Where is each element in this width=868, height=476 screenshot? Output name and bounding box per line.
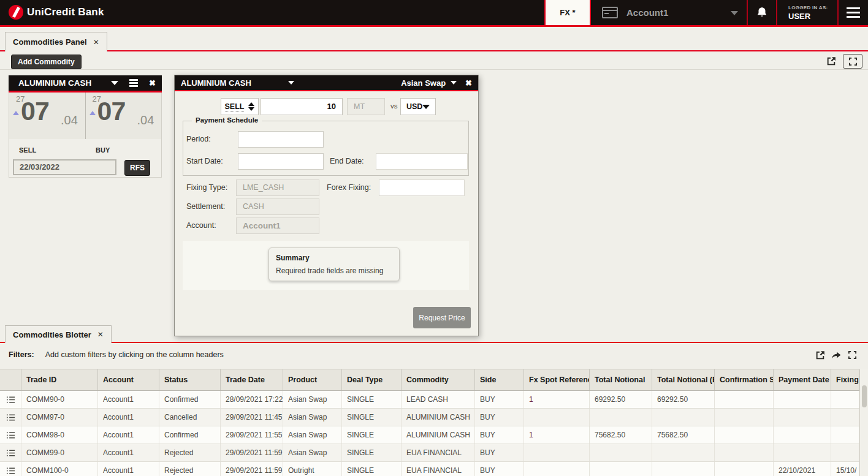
start-date-input[interactable] bbox=[238, 153, 324, 170]
period-input[interactable] bbox=[238, 131, 324, 148]
column-header[interactable]: Confirmation Sta bbox=[715, 369, 774, 390]
row-menu-icon[interactable] bbox=[0, 409, 21, 426]
price-widget-aluminium-cash: ALUMINIUM CASH ✖ 27 07 .04 27 07 .04 SEL… bbox=[9, 75, 162, 178]
table-cell: EUA FINANCIAL bbox=[402, 462, 475, 476]
table-cell: Rejected bbox=[159, 444, 221, 461]
logged-in-user: USER bbox=[788, 12, 837, 21]
scrollbar-thumb[interactable] bbox=[862, 385, 867, 407]
table-row[interactable]: COMM99-0Account1Rejected29/09/2021 11:59… bbox=[0, 444, 859, 462]
brand-red-line bbox=[0, 25, 868, 27]
buy-label: BUY bbox=[96, 146, 110, 154]
table-cell bbox=[590, 462, 652, 476]
close-icon[interactable]: ✖ bbox=[149, 79, 156, 87]
fx-workspace-tab[interactable]: FX * bbox=[544, 0, 591, 25]
open-in-new-window-icon[interactable] bbox=[826, 56, 837, 66]
widget-menu-icon[interactable] bbox=[129, 79, 138, 87]
fullscreen-icon[interactable] bbox=[848, 350, 857, 360]
unicredit-logo-icon bbox=[9, 5, 23, 20]
tab-commodities-blotter[interactable]: Commodities Blotter ✕ bbox=[5, 325, 112, 343]
close-icon[interactable]: ✖ bbox=[465, 79, 472, 87]
trade-ticket-dialog: ALUMINIUM CASH Asian Swap ✖ SELL 10 MT v… bbox=[174, 75, 479, 336]
sell-price-big-figure: 07 bbox=[21, 96, 49, 126]
request-price-button[interactable]: Request Price bbox=[413, 307, 471, 328]
open-in-new-window-icon[interactable] bbox=[815, 350, 826, 360]
buy-price-big-figure: 07 bbox=[97, 96, 126, 126]
buy-price-button[interactable]: 27 07 .04 bbox=[86, 93, 162, 139]
table-cell: 75682.50 bbox=[590, 426, 652, 444]
table-cell: SINGLE bbox=[342, 462, 402, 476]
sell-price-button[interactable]: 27 07 .04 bbox=[9, 93, 86, 139]
notifications-button[interactable] bbox=[748, 0, 776, 25]
summary-title: Summary bbox=[276, 254, 392, 262]
account-selector[interactable]: Account1 bbox=[592, 0, 747, 25]
table-cell: 28/09/2021 17:22: bbox=[221, 391, 283, 408]
tab-commodities-panel[interactable]: Commodities Panel ✕ bbox=[5, 32, 107, 51]
column-header-menu bbox=[0, 369, 21, 390]
divider bbox=[0, 69, 868, 70]
column-header[interactable]: Product bbox=[283, 369, 342, 390]
column-header[interactable]: Trade Date bbox=[221, 369, 283, 390]
rfs-button[interactable]: RFS bbox=[124, 160, 150, 176]
close-icon[interactable]: ✕ bbox=[97, 330, 104, 339]
hamburger-icon bbox=[847, 7, 860, 9]
table-row[interactable]: COMM90-0Account1Confirmed28/09/2021 17:2… bbox=[0, 391, 859, 409]
close-icon[interactable]: ✕ bbox=[93, 38, 99, 47]
column-header[interactable]: Payment Date bbox=[774, 369, 831, 390]
chevron-down-icon[interactable] bbox=[451, 81, 457, 85]
side-toggle[interactable]: SELL bbox=[221, 98, 259, 115]
column-header[interactable]: Commodity bbox=[402, 369, 475, 390]
table-cell: SINGLE bbox=[342, 426, 402, 444]
row-menu-icon[interactable] bbox=[0, 426, 21, 444]
price-up-arrow-icon bbox=[89, 111, 96, 115]
row-menu-icon[interactable] bbox=[0, 391, 21, 408]
table-cell: Asian Swap bbox=[283, 409, 342, 426]
table-cell bbox=[715, 391, 774, 408]
chevron-down-icon[interactable] bbox=[111, 81, 118, 85]
chevron-down-icon bbox=[422, 105, 430, 109]
row-menu-icon[interactable] bbox=[0, 444, 21, 461]
table-cell: Cancelled bbox=[159, 409, 221, 426]
column-header[interactable]: Account bbox=[98, 369, 159, 390]
table-cell: COMM90-0 bbox=[21, 391, 98, 408]
table-row[interactable]: COMM97-0Account1Cancelled29/09/2021 11:4… bbox=[0, 409, 859, 426]
table-cell: SINGLE bbox=[342, 444, 402, 461]
column-header[interactable]: Fixing Da bbox=[831, 369, 859, 390]
buy-price-pips: .04 bbox=[137, 113, 154, 127]
deal-type-selector[interactable]: Asian Swap bbox=[401, 78, 446, 88]
main-menu-button[interactable] bbox=[839, 0, 868, 25]
row-menu-icon[interactable] bbox=[0, 462, 21, 476]
add-commodity-button[interactable]: Add Commodity bbox=[11, 55, 82, 69]
table-cell: Outright bbox=[283, 462, 342, 476]
bell-icon bbox=[755, 6, 769, 20]
end-date-input[interactable] bbox=[376, 153, 468, 170]
export-share-icon[interactable] bbox=[831, 350, 842, 360]
top-bar: UniCredit Bank FX * Account1 LOGGED IN A… bbox=[0, 0, 868, 25]
table-cell: 29/09/2021 11:59: bbox=[221, 462, 283, 476]
amount-input[interactable]: 10 bbox=[261, 98, 343, 115]
column-header[interactable]: Side bbox=[475, 369, 524, 390]
table-cell: Confirmed bbox=[159, 391, 221, 408]
column-header[interactable]: Total Notional bbox=[590, 369, 652, 390]
summary-card: Summary Required trade fields are missin… bbox=[268, 247, 400, 281]
table-row[interactable]: COMM100-0Account1Rejected29/09/2021 11:5… bbox=[0, 462, 859, 476]
fullscreen-button[interactable] bbox=[843, 54, 862, 69]
column-header[interactable]: Total Notional (E bbox=[652, 369, 715, 390]
column-header[interactable]: Status bbox=[159, 369, 221, 390]
chevron-down-icon bbox=[731, 11, 738, 15]
column-header[interactable]: Fx Spot Referenc bbox=[524, 369, 590, 390]
table-row[interactable]: COMM98-0Account1Confirmed29/09/2021 11:5… bbox=[0, 426, 859, 444]
fullscreen-icon bbox=[848, 57, 858, 66]
table-cell: Account1 bbox=[98, 391, 159, 408]
chevron-down-icon[interactable] bbox=[288, 81, 294, 85]
currency-label: USD bbox=[406, 102, 422, 111]
end-date-label: End Date: bbox=[330, 157, 364, 165]
table-scrollbar[interactable] bbox=[859, 369, 868, 476]
column-header[interactable]: Trade ID bbox=[21, 369, 98, 390]
settlement-date-input[interactable]: 22/03/2022 bbox=[13, 159, 116, 175]
filters-label: Filters: bbox=[9, 350, 34, 359]
currency-dropdown[interactable]: USD bbox=[400, 98, 436, 115]
table-cell bbox=[590, 444, 652, 461]
column-header[interactable]: Deal Type bbox=[342, 369, 402, 390]
forex-fixing-input[interactable] bbox=[379, 179, 465, 196]
table-cell: Account1 bbox=[98, 444, 159, 461]
